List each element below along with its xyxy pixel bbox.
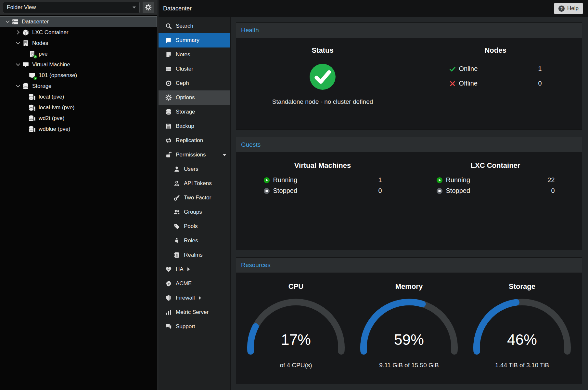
menu-item-support[interactable]: Support	[159, 319, 230, 334]
guests-panel: Guests Virtual Machines Running 1	[236, 137, 582, 250]
menu-item-backup[interactable]: Backup	[159, 119, 230, 133]
user-o-icon	[173, 180, 180, 187]
menu-item-label: Cluster	[176, 66, 193, 72]
resources-panel-title: Resources	[236, 258, 582, 273]
resources-gauges: CPU17%of 4 CPU(s)Memory59%9.11 GiB of 15…	[236, 273, 582, 384]
right-pane: Datacenter ? Help SearchSummaryNotesClus…	[159, 0, 588, 390]
shield-icon	[165, 295, 172, 301]
lxc-running-label: Running	[446, 176, 470, 184]
gauge-detail: 9.11 GiB of 15.50 GiB	[379, 362, 439, 369]
menu-item-firewall[interactable]: Firewall	[159, 291, 230, 305]
view-mode-select[interactable]: Folder View	[3, 2, 140, 13]
menu-item-options[interactable]: Options	[159, 90, 230, 105]
menu-item-ha[interactable]: HA	[159, 262, 230, 276]
help-label: Help	[567, 5, 579, 12]
gauge-title: Memory	[395, 282, 423, 291]
tree-item-label: Storage	[32, 83, 52, 89]
resources-panel: Resources CPU17%of 4 CPU(s)Memory59%9.11…	[236, 257, 582, 384]
tree-toolbar: Folder View	[0, 0, 157, 15]
menu-item-label: Backup	[176, 123, 194, 129]
menu-item-pools[interactable]: Pools	[159, 219, 230, 234]
lxc-section: LXC Container Running 22 Stopped	[409, 161, 582, 250]
status-heading: Status	[312, 46, 333, 55]
menu-item-metric-server[interactable]: Metric Server	[159, 305, 230, 319]
menu-item-label: HA	[176, 266, 184, 273]
menu-item-acme[interactable]: ACME	[159, 276, 230, 291]
building-icon	[22, 40, 29, 47]
tree-expander-icon[interactable]	[15, 29, 21, 36]
cross-icon	[449, 80, 456, 87]
tree-item-virtual-machine[interactable]: Virtual Machine	[0, 59, 157, 70]
menu-item-search[interactable]: Search	[159, 19, 230, 33]
tree-settings-button[interactable]	[143, 2, 154, 13]
gauge-detail: 1.44 TiB of 3.10 TiB	[495, 362, 549, 369]
tree-expander-icon[interactable]	[15, 61, 21, 68]
menu-item-storage[interactable]: Storage	[159, 105, 230, 119]
tree-item-nodes[interactable]: Nodes	[0, 38, 157, 48]
tree-expander-icon[interactable]	[5, 19, 11, 25]
tree-expander-icon[interactable]	[15, 83, 21, 89]
chevron-down-icon	[133, 7, 136, 8]
tree-item-wd2t-pve[interactable]: wd2t (pve)	[0, 113, 157, 124]
tree-item-lxc-container[interactable]: LXC Container	[0, 27, 157, 38]
tree-expander-spacer	[21, 72, 28, 79]
lxc-stopped-value: 0	[551, 187, 555, 195]
tree-item-label: local (pve)	[39, 94, 64, 100]
gauge-arc: 17%	[243, 295, 349, 357]
tree-item-label: local-lvm (pve)	[39, 104, 75, 111]
offline-value: 0	[538, 80, 542, 87]
running-badge-icon	[33, 76, 37, 80]
menu-item-summary[interactable]: Summary	[159, 33, 230, 47]
tree-item-pve[interactable]: pve	[0, 48, 157, 59]
gear-icon	[145, 4, 152, 11]
db-drive-icon	[29, 104, 36, 111]
vm-rows: Running 1 Stopped 0	[263, 176, 382, 195]
chart-icon	[165, 309, 172, 316]
virtual-machines-section: Virtual Machines Running 1 Stopped	[236, 161, 409, 250]
gauge-percent: 59%	[394, 331, 424, 348]
vm-running-value: 1	[378, 176, 382, 184]
tree-item-datacenter[interactable]: Datacenter	[0, 16, 157, 27]
lxc-running-row: Running 22	[436, 176, 555, 184]
user-icon	[173, 166, 180, 172]
tag-icon	[173, 223, 180, 230]
lxc-rows: Running 22 Stopped 0	[436, 176, 555, 195]
menu-item-users[interactable]: Users	[159, 162, 230, 176]
vm-running-row: Running 1	[263, 176, 382, 184]
menu-item-cluster[interactable]: Cluster	[159, 62, 230, 76]
menu-item-ceph[interactable]: Ceph	[159, 76, 230, 90]
resource-gauge-storage: Storage46%1.44 TiB of 3.10 TiB	[466, 282, 579, 369]
tree-item-wdblue-pve[interactable]: wdblue (pve)	[0, 124, 157, 134]
vm-stopped-label: Stopped	[273, 187, 298, 195]
menu-item-realms[interactable]: Realms	[159, 248, 230, 262]
menu-item-label: ACME	[176, 280, 192, 287]
health-panel-title: Health	[236, 23, 582, 38]
lxc-stopped-row: Stopped 0	[436, 187, 555, 195]
tree-item-label: Virtual Machine	[32, 61, 70, 68]
menu-item-two-factor[interactable]: Two Factor	[159, 191, 230, 205]
menu-item-replication[interactable]: Replication	[159, 133, 230, 148]
tree-item-storage[interactable]: Storage	[0, 81, 157, 91]
menu-item-groups[interactable]: Groups	[159, 205, 230, 219]
tree: DatacenterLXC ContainerNodespveVirtual M…	[0, 15, 157, 390]
tree-item-101-opnsense[interactable]: 101 (opnsense)	[0, 70, 157, 81]
tree-expander-spacer	[21, 94, 28, 100]
health-panel-body: Status Standalone node - no cluster defi…	[236, 38, 582, 129]
gear-icon	[165, 94, 172, 101]
chevron-right-icon	[199, 296, 226, 300]
tree-expander-icon[interactable]	[15, 40, 21, 47]
menu-item-permissions[interactable]: Permissions	[159, 148, 230, 162]
tree-item-local-pve[interactable]: local (pve)	[0, 91, 157, 102]
cube-icon	[22, 29, 29, 36]
tree-item-local-lvm-pve[interactable]: local-lvm (pve)	[0, 102, 157, 113]
menu-item-notes[interactable]: Notes	[159, 47, 230, 62]
menu-item-roles[interactable]: Roles	[159, 234, 230, 248]
menu-item-api-tokens[interactable]: API Tokens	[159, 176, 230, 191]
key-icon	[173, 195, 180, 201]
resource-gauge-cpu: CPU17%of 4 CPU(s)	[239, 282, 352, 369]
book-icon	[165, 37, 172, 44]
check-badge-icon	[33, 55, 37, 59]
help-button[interactable]: ? Help	[554, 3, 583, 14]
nodes-section: Nodes Online 1 Offline 0	[409, 46, 582, 129]
gauge-percent: 46%	[507, 331, 537, 348]
